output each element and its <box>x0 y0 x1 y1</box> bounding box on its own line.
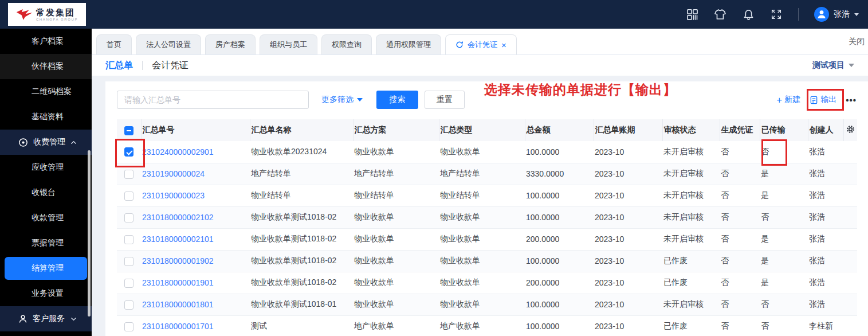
row-checkbox[interactable] <box>124 147 133 157</box>
row-select-cell <box>117 250 141 272</box>
apps-icon[interactable] <box>686 8 698 21</box>
page-tab-divider <box>142 61 143 70</box>
cell-transmitted: 否 <box>760 294 808 315</box>
avatar[interactable] <box>814 7 829 22</box>
cell-voucher: 否 <box>720 141 760 163</box>
sidebar-scrollbar[interactable] <box>88 150 91 317</box>
fullscreen-icon[interactable] <box>770 8 783 21</box>
row-checkbox[interactable] <box>124 257 133 266</box>
sidebar-item-11[interactable]: 客户服务 <box>0 306 92 331</box>
column-header: 生成凭证 <box>720 119 760 141</box>
row-end-cell <box>843 163 857 185</box>
tab-label: 权限查询 <box>332 40 362 50</box>
close-all-tabs-button[interactable]: 关闭 <box>849 29 865 55</box>
page-tab-voucher[interactable]: 会计凭证 <box>152 60 188 72</box>
summary-no-link[interactable]: 2310240000002901 <box>142 147 214 157</box>
refresh-icon[interactable] <box>455 41 464 49</box>
cell-audit: 已作废 <box>662 272 720 294</box>
select-all-checkbox[interactable] <box>124 126 133 135</box>
reset-button[interactable]: 重置 <box>425 91 465 109</box>
summary-no-link[interactable]: 2310180000001801 <box>142 300 214 309</box>
more-filters-button[interactable]: 更多筛选 <box>321 95 363 105</box>
tab-close-icon[interactable]: × <box>501 41 506 49</box>
sidebar-item-3[interactable]: 基础资料 <box>0 104 92 130</box>
column-header: 总金额 <box>525 119 594 141</box>
tab-1[interactable]: 法人公司设置 <box>136 34 201 54</box>
sidebar-item-4[interactable]: 收费管理 <box>0 130 92 155</box>
cell-amount: 3330.0000 <box>525 163 594 185</box>
row-end-cell <box>843 315 857 336</box>
cell-creator: 李柱新 <box>808 315 843 336</box>
sidebar-item-label: 收款管理 <box>32 213 64 223</box>
tab-label: 法人公司设置 <box>146 40 191 50</box>
sidebar-item-9[interactable]: 结算管理 <box>5 257 87 280</box>
column-header: 已传输 <box>760 119 808 141</box>
cell-type: 地产收款单 <box>439 315 525 336</box>
tshirt-icon[interactable] <box>714 8 726 21</box>
summary-no-link[interactable]: 2310180000001701 <box>142 322 214 331</box>
table-row: 2310180000001801物业收款单测试1018-01物业收款单物业收款单… <box>117 294 857 315</box>
sidebar-item-label: 客户档案 <box>32 36 64 46</box>
column-settings-button[interactable] <box>843 119 857 141</box>
page-tab-summary[interactable]: 汇总单 <box>105 60 133 72</box>
bell-icon[interactable] <box>742 8 755 21</box>
content-card: 更多筛选 搜索 重置 + 新建 输出 <box>105 81 868 336</box>
cell-period: 2023-10 <box>594 185 662 206</box>
search-button[interactable]: 搜索 <box>376 91 418 109</box>
cell-period: 2023-10 <box>594 206 662 228</box>
cell-period: 2023-10 <box>594 141 662 163</box>
sidebar-item-5[interactable]: 应收管理 <box>0 155 92 180</box>
row-select-cell <box>117 294 141 315</box>
cell-name: 物业收款单测试1018-02 <box>250 272 353 294</box>
cell-amount: 100.0000 <box>525 185 594 206</box>
tab-6[interactable]: 会计凭证× <box>445 34 517 54</box>
export-doc-icon <box>810 96 818 104</box>
summary-no-link[interactable]: 2310180000002102 <box>142 213 214 222</box>
sidebar-item-0[interactable]: 客户档案 <box>0 29 92 54</box>
plus-icon: + <box>776 95 782 105</box>
sidebar-item-6[interactable]: 收银台 <box>0 180 92 205</box>
export-button[interactable]: 输出 <box>810 95 836 105</box>
cell-no: 2310180000001801 <box>141 294 250 315</box>
project-selector[interactable]: 测试项目 <box>812 60 854 71</box>
sidebar-item-label: 二维码档案 <box>32 87 72 97</box>
tab-label: 首页 <box>107 40 121 50</box>
cell-amount: 200.0000 <box>525 272 594 294</box>
user-menu[interactable]: 张浩 <box>814 7 859 22</box>
row-checkbox[interactable] <box>124 300 133 310</box>
cell-plan: 物业收款单 <box>353 228 439 250</box>
cell-amount: 100.0000 <box>525 315 594 336</box>
cell-period: 2023-10 <box>594 272 662 294</box>
cell-type: 物业收款单 <box>439 228 525 250</box>
person-icon <box>18 314 28 323</box>
tab-5[interactable]: 通用权限管理 <box>376 34 441 54</box>
tab-3[interactable]: 组织与员工 <box>260 34 317 54</box>
sidebar-item-2[interactable]: 二维码档案 <box>0 79 92 104</box>
row-checkbox[interactable] <box>124 213 133 222</box>
row-checkbox[interactable] <box>124 235 133 244</box>
tab-4[interactable]: 权限查询 <box>321 34 372 54</box>
cell-voucher: 否 <box>720 228 760 250</box>
summary-no-input[interactable] <box>117 91 309 109</box>
sidebar-item-1[interactable]: 伙伴档案 <box>0 54 92 79</box>
sidebar-item-8[interactable]: 票据管理 <box>0 230 92 256</box>
annotation-text: 选择未传输的单据进行【输出】 <box>484 81 677 99</box>
sidebar-item-10[interactable]: 业务设置 <box>0 281 92 306</box>
sidebar-item-7[interactable]: 收款管理 <box>0 205 92 230</box>
tab-0[interactable]: 首页 <box>96 34 132 54</box>
new-button[interactable]: + 新建 <box>776 95 800 105</box>
row-checkbox[interactable] <box>124 192 133 201</box>
summary-no-link[interactable]: 2310180000002101 <box>142 235 214 244</box>
cell-voucher: 否 <box>720 315 760 336</box>
cell-transmitted: 是 <box>760 163 808 185</box>
row-checkbox[interactable] <box>124 170 133 179</box>
ellipsis-icon[interactable]: ••• <box>846 95 857 105</box>
row-checkbox[interactable] <box>124 322 133 331</box>
row-checkbox[interactable] <box>124 279 133 288</box>
summary-no-link[interactable]: 2310180000001901 <box>142 278 214 287</box>
summary-no-link[interactable]: 23101900000023 <box>142 191 205 200</box>
summary-no-link[interactable]: 2310180000001902 <box>142 256 214 265</box>
row-end-cell <box>843 185 857 206</box>
tab-2[interactable]: 房产档案 <box>205 34 256 54</box>
summary-no-link[interactable]: 23101900000024 <box>142 169 205 178</box>
